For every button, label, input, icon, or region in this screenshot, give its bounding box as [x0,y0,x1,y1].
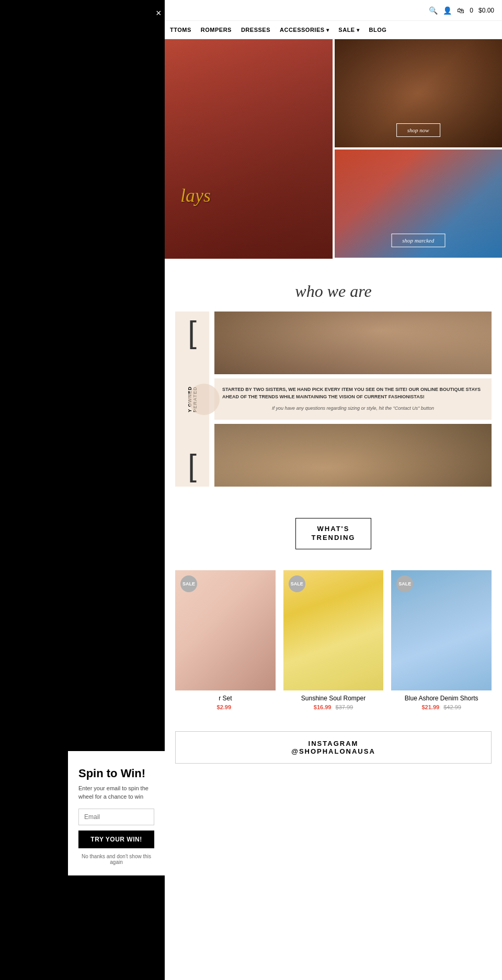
product-name-3: Blue Ashore Denim Shorts [391,695,492,702]
site-nav: TTOMS ROMPERS DRESSES ACCESSORIES SALE B… [165,21,502,39]
spin-email-input[interactable] [78,809,154,825]
hero-grid: lays shop now shop marcked [165,39,502,259]
instagram-line1: INSTAGRAM [184,740,483,747]
spin-popup-title: Spin to Win! [78,767,154,780]
who-main-content: STARTED BY TWO SISTERS, WE HAND PICK EVE… [214,312,492,487]
user-icon[interactable]: 👤 [443,6,452,15]
who-text-box: STARTED BY TWO SISTERS, WE HAND PICK EVE… [214,378,492,420]
spin-popup: Spin to Win! Enter your email to spin th… [68,751,165,875]
hero-left-image: lays [165,39,333,259]
nav-item-accessories[interactable]: ACCESSORIES [280,27,329,33]
circle-decor [188,384,220,415]
trending-section: WHAT'STRENDING SALE r Set $2.99 SALE [165,508,502,716]
hero-right-top-image: shop now [335,39,503,147]
product-original-price-3: $42.99 [443,704,461,710]
site-header: 🔍 👤 🛍 0 $0.00 [165,0,502,21]
close-button[interactable]: × [156,8,162,19]
who-sub-text: If you have any questions regarding sizi… [222,405,484,412]
who-we-are-content: [ Y OWNED PERATED [ STARTED BY TWO SISTE… [175,312,492,487]
header-icons: 🔍 👤 🛍 0 $0.00 [429,6,494,15]
product-image-1: SALE [175,570,276,690]
product-card-3[interactable]: SALE Blue Ashore Denim Shorts $21.99 $42… [391,570,492,710]
who-we-are-title: who we are [295,282,371,301]
hero-right: shop now shop marcked [335,39,503,259]
who-image-bottom [214,424,492,487]
product-card-2[interactable]: SALE Sunshine Soul Romper $16.99 $37.99 [283,570,384,710]
cart-icon[interactable]: 🛍 [457,6,464,15]
shop-now-button[interactable]: shop now [396,123,440,137]
product-prices-1: $2.99 [175,704,276,710]
hero-script-text: lays [180,185,211,206]
instagram-section[interactable]: INSTAGRAM @SHOPHALONAUSA [175,731,492,764]
product-card-1[interactable]: SALE r Set $2.99 [175,570,276,710]
nav-item-bottoms[interactable]: TTOMS [170,27,191,33]
nav-item-blog[interactable]: BLOG [369,27,386,33]
search-icon[interactable]: 🔍 [429,6,438,15]
bracket-bottom: [ [188,450,197,481]
hero-right-bottom-image: shop marcked [335,149,503,258]
cart-count: 0 [470,7,473,14]
nav-item-rompers[interactable]: ROMPERS [201,27,232,33]
product-image-3: SALE [391,570,492,690]
product-sale-price-2: $16.99 [314,704,332,710]
bracket-top: [ [188,317,197,348]
nav-item-sale[interactable]: SALE [338,27,359,33]
trending-header-wrap: WHAT'STRENDING [175,518,492,560]
product-grid: SALE r Set $2.99 SALE Sunshine Soul Romp… [175,570,492,710]
product-prices-3: $21.99 $42.99 [391,704,492,710]
spin-dismiss[interactable]: No thanks and don't show this again [78,854,154,865]
main-content: 🔍 👤 🛍 0 $0.00 TTOMS ROMPERS DRESSES ACCE… [165,39,502,764]
product-original-price-2: $37.99 [336,704,353,710]
product-name-2: Sunshine Soul Romper [283,695,384,702]
product-sale-price-3: $21.99 [421,704,439,710]
cart-total: $0.00 [478,7,494,14]
who-left-panel: [ Y OWNED PERATED [ [175,312,209,487]
sale-badge-2: SALE [289,575,305,592]
who-main-text: STARTED BY TWO SISTERS, WE HAND PICK EVE… [222,386,484,400]
spin-popup-description: Enter your email to spin the wheel for a… [78,785,154,801]
product-image-2: SALE [283,570,384,690]
product-sale-price-1: $2.99 [217,704,232,710]
instagram-line2: @SHOPHALONAUSA [184,747,483,755]
hero-left-bg [165,39,333,259]
product-name-1: r Set [175,695,276,702]
spin-try-button[interactable]: TRY YOUR WIN! [78,831,154,848]
shop-marcked-button[interactable]: shop marcked [391,234,445,247]
product-prices-2: $16.99 $37.99 [283,704,384,710]
trending-header: WHAT'STRENDING [295,518,372,549]
trending-header-text: WHAT'STRENDING [312,525,356,543]
who-we-are-section: who we are [ Y OWNED PERATED [ STARTED B… [165,261,502,508]
sale-badge-1: SALE [180,575,197,592]
who-image-top [214,312,492,374]
nav-item-dresses[interactable]: DRESSES [241,27,270,33]
